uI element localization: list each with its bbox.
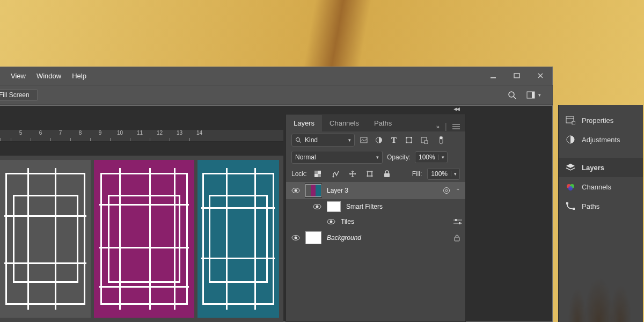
layer-list: Layer 3 ⌃ Smart Filters Tiles Background: [286, 182, 465, 246]
lock-icon[interactable]: [454, 235, 460, 241]
lock-position-icon[interactable]: [347, 168, 358, 180]
smart-object-indicator-icon: [443, 187, 450, 194]
layer-filter-type[interactable]: Kind ▾: [291, 134, 355, 147]
lock-image-icon[interactable]: [330, 168, 341, 180]
filter-shape-icon[interactable]: [403, 134, 415, 146]
svg-rect-14: [406, 137, 407, 138]
artwork-tile-teal: [197, 160, 279, 318]
search-icon[interactable]: [507, 90, 517, 100]
chevron-down-icon: ▾: [376, 155, 379, 160]
ruler-tick: 10: [110, 130, 130, 141]
panel-tabs: Layers Channels Paths » |: [286, 114, 465, 131]
filter-row[interactable]: Tiles: [286, 214, 465, 229]
visibility-toggle-icon[interactable]: [291, 187, 300, 194]
svg-rect-0: [491, 77, 496, 78]
channels-icon: [566, 183, 575, 191]
canvas[interactable]: [0, 156, 283, 322]
svg-rect-15: [411, 137, 412, 138]
filter-blending-options-icon[interactable]: [453, 219, 462, 224]
collapse-panel-icon[interactable]: ◀◀: [453, 106, 459, 112]
ruler-tick: 11: [130, 130, 150, 141]
svg-rect-47: [455, 237, 459, 241]
artwork-tile-gray: [0, 160, 91, 318]
filter-mask-thumbnail[interactable]: [327, 201, 341, 212]
menu-window[interactable]: Window: [31, 72, 67, 80]
ruler-tick: [0, 130, 11, 141]
chevron-down-icon: ▾: [438, 155, 447, 160]
panel-channels[interactable]: Channels: [559, 177, 643, 196]
svg-rect-24: [318, 171, 321, 174]
panel-label: Properties: [582, 116, 613, 125]
svg-rect-11: [361, 137, 367, 143]
panel-label: Adjustments: [582, 136, 620, 144]
filter-adjustment-icon[interactable]: [373, 134, 385, 146]
fill-value: 100%: [428, 170, 451, 178]
panel-layers[interactable]: Layers: [559, 158, 643, 177]
svg-rect-25: [314, 174, 318, 177]
fill-input[interactable]: 100% ▾: [427, 168, 460, 180]
panel-menu-icon[interactable]: [452, 124, 460, 129]
lock-artboard-icon[interactable]: [364, 168, 376, 180]
menubar: View Window Help: [0, 67, 553, 85]
properties-icon: [566, 116, 575, 125]
window-maximize-button[interactable]: [505, 67, 529, 84]
menu-help[interactable]: Help: [67, 72, 92, 80]
panel-properties[interactable]: Properties: [559, 111, 643, 130]
svg-line-10: [299, 141, 301, 143]
svg-rect-23: [318, 174, 321, 177]
svg-rect-43: [455, 219, 457, 221]
visibility-toggle-icon[interactable]: [313, 203, 321, 210]
opacity-label: Opacity:: [387, 153, 411, 161]
layer-name[interactable]: Layer 3: [327, 187, 348, 194]
svg-point-46: [295, 237, 297, 239]
window-close-button[interactable]: [529, 67, 552, 84]
chevron-down-icon: ▾: [451, 171, 459, 177]
filter-smartobject-icon[interactable]: [418, 134, 430, 146]
smart-filters-row[interactable]: Smart Filters: [286, 199, 465, 214]
panel-label: Layers: [582, 164, 604, 172]
svg-point-2: [509, 92, 514, 97]
ruler-tick: 13: [170, 130, 189, 141]
collapse-toggle-icon[interactable]: ⌃: [456, 188, 460, 194]
smart-filters-label: Smart Filters: [346, 203, 383, 210]
visibility-toggle-icon[interactable]: [327, 218, 335, 225]
layer-row[interactable]: Background: [286, 229, 465, 246]
svg-rect-5: [532, 92, 535, 98]
filter-type-icon[interactable]: T: [388, 134, 400, 146]
opacity-input[interactable]: 100% ▾: [415, 151, 448, 163]
menu-view[interactable]: View: [5, 72, 31, 80]
filter-pixel-icon[interactable]: [358, 134, 370, 146]
tab-layers[interactable]: Layers: [286, 115, 322, 131]
ruler-tick: 6: [31, 130, 50, 141]
ruler-tick: 9: [90, 130, 110, 141]
panel-adjustments[interactable]: Adjustments: [559, 130, 643, 149]
svg-point-26: [332, 176, 334, 178]
lock-transparent-icon[interactable]: [312, 168, 324, 180]
layer-thumbnail[interactable]: [305, 231, 321, 244]
fill-screen-button[interactable]: Fill Screen: [0, 89, 38, 101]
paths-icon: [566, 202, 575, 210]
filter-name[interactable]: Tiles: [341, 218, 354, 225]
panel-paths[interactable]: Paths: [559, 196, 643, 216]
horizontal-ruler: 5 6 7 8 9 10 11 12 13 14: [0, 130, 283, 142]
workspace-switcher[interactable]: ▾: [526, 91, 541, 99]
ruler-tick: 14: [189, 130, 209, 141]
ruler-tick: 12: [150, 130, 170, 141]
filter-toggle-switch[interactable]: [435, 134, 447, 146]
ruler-tick: 7: [50, 130, 70, 141]
window-minimize-button[interactable]: [481, 67, 505, 84]
chevron-down-icon: ▾: [348, 137, 351, 143]
expand-panel-icon[interactable]: »: [436, 123, 440, 130]
svg-rect-55: [566, 202, 568, 204]
svg-point-34: [295, 189, 297, 192]
lock-label: Lock:: [291, 170, 307, 178]
svg-point-40: [330, 221, 333, 223]
layer-thumbnail[interactable]: [305, 184, 321, 197]
visibility-toggle-icon[interactable]: [291, 235, 300, 241]
layer-name[interactable]: Background: [327, 234, 361, 241]
tab-channels[interactable]: Channels: [322, 115, 367, 131]
tab-paths[interactable]: Paths: [367, 115, 399, 131]
layer-row[interactable]: Layer 3 ⌃: [286, 182, 465, 199]
lock-all-icon[interactable]: [381, 168, 393, 180]
blend-mode-dropdown[interactable]: Normal ▾: [291, 151, 383, 164]
